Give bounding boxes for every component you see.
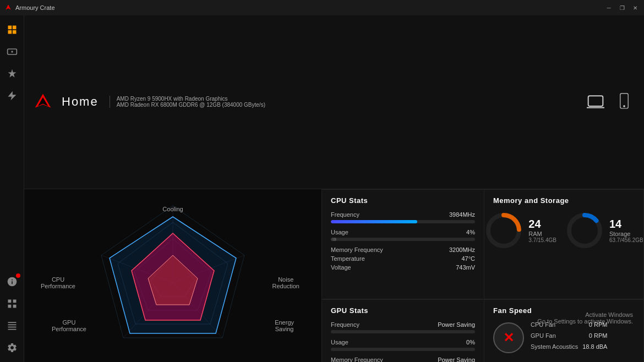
fan-icon: ✕ [493,322,524,353]
radar-chart [79,189,266,363]
sidebar-item-catalog[interactable] [2,316,22,336]
svg-point-15 [624,106,625,107]
header-right [585,91,635,113]
sidebar-item-scenario[interactable] [2,86,22,106]
cpu-usage-fill [331,238,336,241]
svg-rect-2 [12,26,16,30]
gpu-usage-value: 0% [466,339,475,345]
cpu-temp-value: 47°C [461,255,475,262]
gauge-row: 24 RAM 3.7/15.4GB [493,211,635,250]
title-bar-controls: ─ ❐ ✕ [604,3,640,12]
fan-speed-title: Fan Speed [493,306,635,315]
svg-rect-9 [8,327,16,328]
sidebar-item-lighting[interactable] [2,64,22,84]
memory-storage-title: Memory and Storage [493,196,635,205]
radar-label-energy: EnergySaving [275,319,294,332]
main-content: Home AMD Ryzen 9 5900HX with Radeon Grap… [24,15,644,362]
cpu-temp-row: Temperature 47°C [331,255,475,262]
close-button[interactable]: ✕ [631,3,640,12]
sidebar-item-settings[interactable] [2,338,22,358]
ram-gauge: 24 RAM 3.7/15.4GB [484,211,556,250]
laptop-icon[interactable] [585,91,607,113]
gpu-fan-value: 0 RPM [589,332,608,339]
cpu-freq-value: 3984MHz [449,211,475,218]
memory-storage-panel: Memory and Storage 24 RAM [484,189,644,299]
sidebar-item-tools[interactable] [2,294,22,314]
storage-pct: 14 [609,218,643,231]
cpu-temp-label: Temperature [331,255,365,262]
storage-info: 14 Storage 63.7/456.2GB [609,218,643,243]
gpu-freq-row: Frequency Power Saving [331,321,475,328]
svg-marker-0 [6,4,10,9]
cpu-stats-title: CPU Stats [331,196,475,205]
title-bar: Armoury Crate ─ ❐ ✕ [0,0,644,15]
cpu-usage-bar [331,238,475,241]
gpu-info: AMD Radeon RX 6800M GDDR6 @ 12GB (384000… [117,102,265,108]
gpu-fan-label: GPU Fan [531,332,556,339]
cpu-fan-value: 0 RPM [589,321,608,328]
gpu-freq-value: Power Saving [438,321,475,328]
gpu-fan-row: GPU Fan 0 RPM [531,332,607,339]
cpu-memfreq-label: Memory Frequency [331,246,383,253]
app-title: Armoury Crate [15,4,55,11]
rog-logo [33,92,53,112]
sidebar-item-home[interactable] [2,20,22,40]
header: Home AMD Ryzen 9 5900HX with Radeon Grap… [24,15,644,189]
cpu-stats-panel: CPU Stats Frequency 3984MHz Usage 4% [321,189,484,299]
storage-label: Storage [609,231,643,237]
radar-label-gpu: GPUPerformance [52,319,86,332]
sidebar [0,15,24,362]
cpu-memfreq-value: 3200MHz [449,246,475,253]
sidebar-item-updates[interactable] [2,272,22,292]
ram-info: 24 RAM 3.7/15.4GB [528,218,556,243]
title-bar-left: Armoury Crate [4,4,55,12]
radar-panel: Cooling NoiseReduction EnergySaving GPUP… [24,189,321,363]
cpu-volt-label: Voltage [331,264,351,271]
svg-point-6 [11,51,13,52]
fan-speed-panel: Fan Speed ✕ CPU Fan 0 RPM GPU Fan 0 [484,299,644,363]
app-body: Home AMD Ryzen 9 5900HX with Radeon Grap… [0,15,644,362]
gpu-stats-title: GPU Stats [331,306,475,315]
cpu-memfreq-row: Memory Frequency 3200MHz [331,246,475,253]
acoustics-value: 18.8 dBA [582,343,607,350]
app-icon [4,4,12,12]
phone-icon[interactable] [613,91,635,113]
restore-button[interactable]: ❐ [618,3,626,12]
svg-rect-10 [8,329,16,330]
svg-rect-8 [8,325,16,326]
radar-label-noise: NoiseReduction [272,276,299,289]
radar-container: Cooling NoiseReduction EnergySaving GPUP… [24,189,321,363]
storage-gauge: 14 Storage 63.7/456.2GB [565,211,643,250]
minimize-button[interactable]: ─ [604,3,613,12]
cpu-fan-row: CPU Fan 0 RPM [531,321,607,328]
cpu-freq-fill [331,220,417,223]
gpu-stats-panel: GPU Stats Frequency Power Saving Usage 0… [321,299,484,363]
ram-gauge-svg [484,211,523,250]
svg-rect-1 [8,26,12,30]
radar-label-cpu: CPUPerformance [41,276,75,289]
fan-stats: CPU Fan 0 RPM GPU Fan 0 RPM System Acous… [531,321,607,354]
gpu-memfreq-value: Power Saving [438,356,475,363]
sidebar-item-devices[interactable] [2,42,22,62]
acoustics-row: System Acoustics 18.8 dBA [531,343,607,350]
cpu-usage-value: 4% [466,229,475,235]
gpu-memfreq-label: Memory Frequency [331,356,383,363]
header-info: AMD Ryzen 9 5900HX with Radeon Graphics … [110,96,265,108]
cpu-freq-label: Frequency [331,211,359,218]
storage-sub: 63.7/456.2GB [609,237,643,243]
cpu-volt-value: 743mV [456,264,475,271]
cpu-volt-row: Voltage 743mV [331,264,475,271]
gpu-freq-label: Frequency [331,321,359,328]
cpu-fan-label: CPU Fan [531,321,555,328]
svg-rect-7 [8,322,16,323]
notification-badge [16,273,20,278]
svg-rect-4 [12,30,16,34]
gpu-usage-label: Usage [331,339,348,345]
gpu-freq-bar [331,330,475,333]
gpu-usage-row: Usage 0% [331,339,475,345]
middle-row: GPU Stats Frequency Power Saving Usage 0… [321,299,644,363]
cpu-freq-row: Frequency 3984MHz [331,211,475,218]
cpu-usage-label: Usage [331,229,348,235]
cpu-usage-row: Usage 4% [331,229,475,235]
ram-sub: 3.7/15.4GB [528,237,556,243]
